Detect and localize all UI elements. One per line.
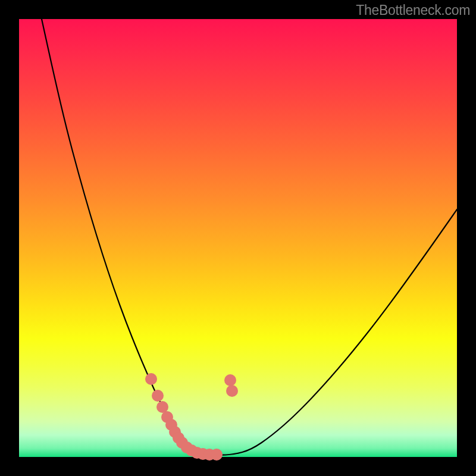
marker-dot — [156, 401, 168, 413]
marker-dot — [152, 390, 164, 402]
bottleneck-curve — [42, 19, 457, 455]
marker-dot — [226, 385, 238, 397]
marker-dot — [224, 374, 236, 386]
marker-dot — [211, 449, 223, 461]
plot-area — [19, 19, 457, 457]
chart-frame: TheBottleneck.com — [0, 0, 476, 476]
marker-dot — [145, 373, 157, 385]
curve-layer — [19, 19, 457, 457]
marker-group — [145, 373, 238, 461]
watermark-text: TheBottleneck.com — [356, 2, 470, 18]
